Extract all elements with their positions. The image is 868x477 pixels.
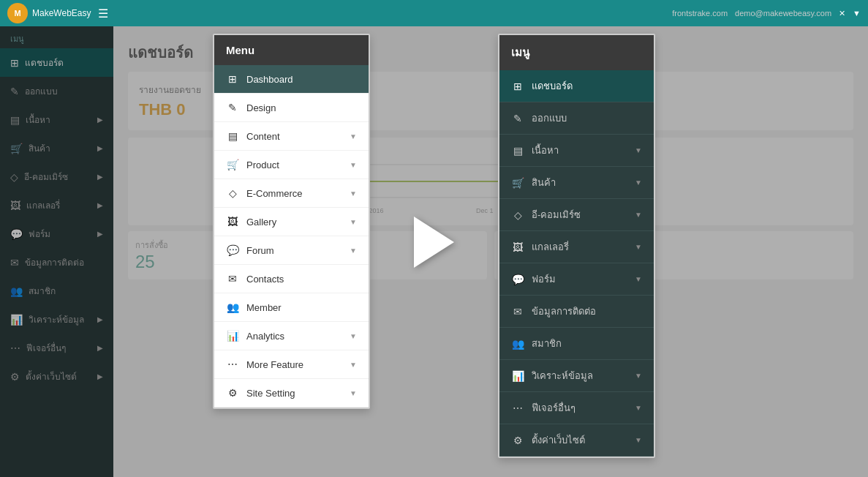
sidebar-item-gallery[interactable]: 🖼 แกลเลอรี่ ▶	[0, 191, 113, 219]
contacts-icon: ✉	[10, 257, 19, 268]
ecommerce-icon: ◇	[10, 171, 18, 183]
thai-menu-item-sitesetting[interactable]: ⚙ ตั้งค่าเว็บไซต์ ▼	[499, 424, 654, 457]
menu-item-design[interactable]: ✎ Design	[214, 94, 369, 122]
forum-menu-arrow-icon: ▼	[350, 247, 357, 255]
morefeature-menu-arrow-icon: ▼	[350, 361, 357, 369]
thai-ecommerce-menu-arrow-icon: ▼	[635, 211, 642, 219]
sitesetting-menu-label: Site Setting	[246, 388, 342, 399]
sidebar-item-member[interactable]: 👥 สมาชิก	[0, 277, 113, 305]
content-menu-arrow-icon: ▼	[350, 132, 357, 140]
ecommerce-arrow-icon: ▶	[97, 173, 103, 181]
menu-item-analytics[interactable]: 📊 Analytics ▼	[214, 322, 369, 350]
thai-analytics-menu-icon: 📊	[511, 370, 524, 382]
sitesetting-icon: ⚙	[10, 371, 20, 383]
sidebar-item-ecommerce[interactable]: ◇ อี-คอมเมิร์ซ ▶	[0, 162, 113, 191]
dashboard-menu-icon: ⊞	[226, 73, 239, 85]
sidebar-content-label: เนื้อหา	[26, 113, 91, 127]
chevron-icon[interactable]: ▼	[853, 9, 861, 18]
logo-text: MakeWebEasy	[32, 8, 91, 18]
thai-sitesetting-menu-label: ตั้งค่าเว็บไซต์	[532, 432, 627, 448]
thai-gallery-menu-icon: 🖼	[511, 241, 524, 253]
forum-arrow-icon: ▶	[97, 230, 103, 238]
design-menu-icon: ✎	[226, 102, 239, 113]
sidebar-morefeature-label: ฟีเจอร์อื่นๆ	[26, 341, 91, 355]
thai-menu-item-content[interactable]: ▤ เนื้อหา ▼	[499, 135, 654, 167]
thai-forum-menu-arrow-icon: ▼	[635, 275, 642, 283]
thai-menu-item-analytics[interactable]: 📊 วิเคราะห์ข้อมูล ▼	[499, 360, 654, 392]
thai-menu-item-contacts[interactable]: ✉ ข้อมูลการติดต่อ	[499, 296, 654, 328]
content-menu-icon: ▤	[226, 130, 239, 142]
gallery-menu-icon: 🖼	[226, 216, 239, 228]
thai-contacts-menu-label: ข้อมูลการติดต่อ	[532, 304, 642, 319]
gallery-arrow-icon: ▶	[97, 201, 103, 209]
sitesetting-menu-arrow-icon: ▼	[350, 389, 357, 397]
sidebar-item-analytics[interactable]: 📊 วิเคราะห์ข้อมูล ▶	[0, 305, 113, 334]
sidebar-gallery-label: แกลเลอรี่	[26, 198, 91, 212]
menu-item-contacts[interactable]: ✉ Contacts	[214, 265, 369, 293]
hamburger-icon[interactable]: ☰	[98, 7, 108, 20]
forum-icon: 💬	[10, 228, 23, 240]
menu-item-product[interactable]: 🛒 Product ▼	[214, 151, 369, 179]
top-bar: M MakeWebEasy ☰ frontstrake.com demo@mak…	[0, 0, 868, 26]
design-menu-label: Design	[246, 102, 357, 113]
sitesetting-menu-icon: ⚙	[226, 387, 239, 399]
sidebar-item-sitesetting[interactable]: ⚙ ตั้งค่าเว็บไซต์ ▶	[0, 362, 113, 391]
thai-menu-item-gallery[interactable]: 🖼 แกลเลอรี่ ▼	[499, 231, 654, 263]
thai-member-menu-icon: 👥	[511, 338, 524, 350]
sidebar-item-content[interactable]: ▤ เนื้อหา ▶	[0, 105, 113, 134]
thai-gallery-menu-label: แกลเลอรี่	[532, 239, 627, 255]
thai-product-menu-icon: 🛒	[511, 177, 524, 189]
thai-analytics-menu-label: วิเคราะห์ข้อมูล	[532, 368, 627, 383]
thai-menu-item-dashboard[interactable]: ⊞ แดชบอร์ด	[499, 70, 654, 102]
menu-item-gallery[interactable]: 🖼 Gallery ▼	[214, 208, 369, 236]
member-menu-icon: 👥	[226, 301, 239, 313]
forum-menu-icon: 💬	[226, 244, 239, 256]
morefeature-menu-icon: ⋯	[226, 358, 239, 370]
sidebar-item-product[interactable]: 🛒 สินค้า ▶	[0, 134, 113, 162]
sidebar-item-dashboard[interactable]: ⊞ แดชบอร์ด	[0, 48, 113, 77]
sidebar-item-design[interactable]: ✎ ออกแบบ	[0, 77, 113, 105]
thai-menu-item-design[interactable]: ✎ ออกแบบ	[499, 102, 654, 135]
sidebar-item-contacts[interactable]: ✉ ข้อมูลการติดต่อ	[0, 248, 113, 277]
thai-menu-item-ecommerce[interactable]: ◇ อี-คอมเมิร์ซ ▼	[499, 199, 654, 231]
sidebar-ecommerce-label: อี-คอมเมิร์ซ	[24, 170, 91, 184]
contacts-menu-label: Contacts	[246, 274, 357, 285]
thai-contacts-menu-icon: ✉	[511, 306, 524, 318]
thai-menu-item-morefeature[interactable]: ⋯ ฟีเจอร์อื่นๆ ▼	[499, 392, 654, 424]
sidebar: เมนู ⊞ แดชบอร์ด ✎ ออกแบบ ▤ เนื้อหา ▶ 🛒 ส…	[0, 26, 113, 477]
english-menu-panel: Menu ⊞ Dashboard ✎ Design ▤ Content ▼ 🛒 …	[213, 34, 370, 409]
svg-text:Dec 1: Dec 1	[476, 207, 494, 214]
thai-menu-item-forum[interactable]: 💬 ฟอร์ม ▼	[499, 263, 654, 296]
member-icon: 👥	[10, 285, 23, 297]
menu-item-ecommerce[interactable]: ◇ E-Commerce ▼	[214, 179, 369, 208]
menu-item-content[interactable]: ▤ Content ▼	[214, 122, 369, 151]
menu-item-morefeature[interactable]: ⋯ More Feature ▼	[214, 350, 369, 379]
english-menu-header: Menu	[214, 35, 369, 65]
thai-menu-panel: เมนู ⊞ แดชบอร์ด ✎ ออกแบบ ▤ เนื้อหา ▼ 🛒 ส…	[498, 34, 655, 458]
analytics-arrow-icon: ▶	[97, 315, 103, 323]
logo: M MakeWebEasy	[7, 3, 91, 23]
sidebar-item-forum[interactable]: 💬 ฟอร์ม ▶	[0, 219, 113, 248]
thai-menu-item-product[interactable]: 🛒 สินค้า ▼	[499, 167, 654, 199]
thai-ecommerce-menu-label: อี-คอมเมิร์ซ	[532, 207, 627, 222]
thai-forum-menu-icon: 💬	[511, 274, 524, 285]
analytics-menu-arrow-icon: ▼	[350, 332, 357, 340]
sidebar-item-morefeature[interactable]: ⋯ ฟีเจอร์อื่นๆ ▶	[0, 334, 113, 362]
menu-item-forum[interactable]: 💬 Forum ▼	[214, 236, 369, 265]
menu-item-dashboard[interactable]: ⊞ Dashboard	[214, 65, 369, 94]
ecommerce-menu-arrow-icon: ▼	[350, 189, 357, 198]
morefeature-arrow-icon: ▶	[97, 344, 103, 352]
sidebar-analytics-label: วิเคราะห์ข้อมูล	[29, 312, 91, 326]
thai-menu-item-member[interactable]: 👥 สมาชิก	[499, 328, 654, 360]
close-icon[interactable]: ✕	[839, 9, 845, 18]
product-arrow-icon: ▶	[97, 144, 103, 152]
thai-product-menu-label: สินค้า	[532, 175, 627, 190]
thai-content-menu-label: เนื้อหา	[532, 143, 627, 158]
logo-icon: M	[7, 3, 28, 23]
content-menu-label: Content	[246, 131, 342, 142]
menu-item-sitesetting[interactable]: ⚙ Site Setting ▼	[214, 379, 369, 407]
menu-item-member[interactable]: 👥 Member	[214, 293, 369, 322]
sidebar-product-label: สินค้า	[29, 141, 91, 155]
product-menu-arrow-icon: ▼	[350, 161, 357, 169]
thai-forum-menu-label: ฟอร์ม	[532, 271, 627, 287]
